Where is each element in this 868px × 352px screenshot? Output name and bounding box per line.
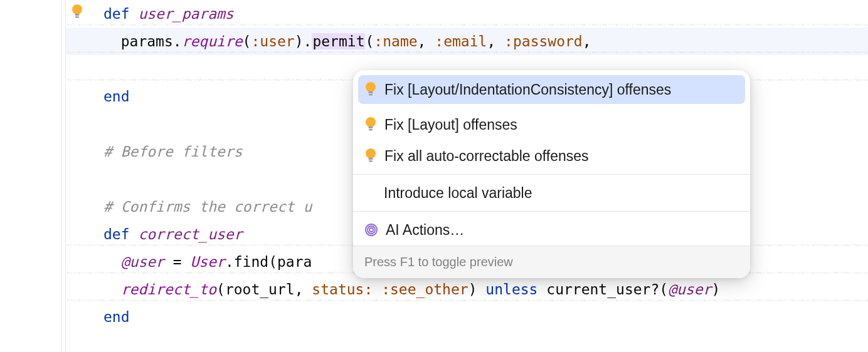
- intention-actions-popup: Fix [Layout/IndentationConsistency] offe…: [353, 70, 750, 278]
- intention-item-label: AI Actions…: [386, 222, 464, 239]
- popup-separator: [353, 211, 750, 212]
- lightbulb-icon: [364, 81, 377, 98]
- svg-point-9: [366, 148, 376, 158]
- popup-separator: [353, 174, 750, 175]
- intention-item-fix-all[interactable]: Fix all auto-correctable offenses: [353, 140, 750, 172]
- intention-item-label: Introduce local variable: [384, 185, 532, 202]
- code-line[interactable]: def user_params: [66, 0, 868, 28]
- intention-item-fix-indentation[interactable]: Fix [Layout/IndentationConsistency] offe…: [358, 75, 745, 104]
- svg-rect-4: [369, 91, 373, 93]
- svg-rect-11: [369, 160, 373, 162]
- editor-gutter: [0, 0, 66, 352]
- svg-rect-10: [369, 158, 373, 160]
- svg-point-6: [366, 117, 376, 127]
- spiral-icon: [364, 223, 378, 237]
- code-line[interactable]: end: [66, 303, 868, 331]
- svg-point-3: [366, 82, 376, 92]
- intention-item-label: Fix [Layout/IndentationConsistency] offe…: [384, 81, 671, 98]
- intention-item-fix-layout[interactable]: Fix [Layout] offenses: [353, 109, 750, 140]
- intention-item-introduce-variable[interactable]: Introduce local variable: [353, 177, 750, 209]
- svg-rect-8: [369, 129, 373, 131]
- svg-rect-7: [369, 127, 373, 128]
- intention-item-label: Fix [Layout] offenses: [384, 116, 517, 133]
- code-editor[interactable]: def user_params params.require(:user).pe…: [0, 0, 868, 352]
- intention-item-ai-actions[interactable]: AI Actions…: [353, 214, 750, 246]
- svg-rect-5: [369, 94, 373, 96]
- code-line[interactable]: redirect_to(root_url, status: :see_other…: [66, 276, 868, 303]
- lightbulb-icon: [364, 148, 377, 164]
- popup-hint: Press F1 to toggle preview: [353, 246, 750, 278]
- code-line[interactable]: params.require(:user).permit(:name, :ema…: [66, 28, 868, 55]
- intention-item-label: Fix all auto-correctable offenses: [384, 148, 589, 165]
- lightbulb-icon: [364, 116, 377, 133]
